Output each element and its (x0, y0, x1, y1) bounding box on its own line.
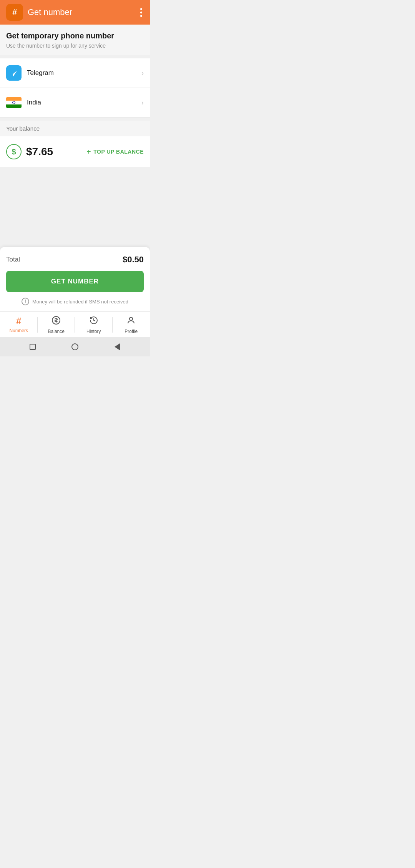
page-description: Use the number to sign up for any servic… (6, 43, 144, 49)
nav-item-profile[interactable]: Profile (113, 316, 150, 334)
back-button[interactable] (113, 343, 121, 351)
bottom-nav: # Numbers Balance History (0, 311, 150, 337)
balance-heading: Your balance (6, 125, 40, 132)
empty-content-area (0, 170, 150, 247)
app-header: # Get number (0, 0, 150, 25)
service-selector[interactable]: Telegram › (0, 58, 150, 88)
app-logo: # (6, 4, 23, 21)
country-selector[interactable]: India › (0, 88, 150, 118)
nav-label-history: History (86, 329, 101, 334)
total-amount: $0.50 (123, 255, 144, 265)
top-up-balance-button[interactable]: + TOP UP BALANCE (86, 147, 144, 156)
nav-label-balance: Balance (48, 329, 65, 334)
header-left: # Get number (6, 4, 72, 21)
india-flag-icon (6, 95, 22, 110)
home-button[interactable] (71, 343, 79, 351)
get-number-button[interactable]: GET NUMBER (6, 271, 144, 292)
total-label: Total (6, 256, 20, 263)
list-section: Telegram › India › (0, 58, 150, 118)
dollar-nav-icon (51, 316, 61, 327)
total-row: Total $0.50 (6, 255, 144, 265)
chevron-right-icon: › (141, 99, 144, 107)
service-label: Telegram (27, 69, 141, 77)
bottom-card: Total $0.50 GET NUMBER ! Money will be r… (0, 247, 150, 311)
info-icon: ! (22, 298, 29, 305)
hash-icon: # (16, 316, 21, 326)
balance-content: $ $7.65 + TOP UP BALANCE (0, 136, 150, 170)
nav-item-numbers[interactable]: # Numbers (0, 316, 38, 334)
recent-apps-button[interactable] (28, 343, 37, 351)
page-title: Get temporary phone number (6, 31, 144, 40)
refund-text: Money will be refunded if SMS not receiv… (32, 299, 128, 305)
system-nav-bar (0, 337, 150, 356)
balance-section-header: Your balance (0, 118, 150, 136)
nav-item-balance[interactable]: Balance (38, 316, 75, 334)
nav-label-profile: Profile (124, 329, 138, 334)
chevron-right-icon: › (141, 69, 144, 77)
country-label: India (27, 99, 141, 106)
subtitle-section: Get temporary phone number Use the numbe… (0, 25, 150, 55)
logo-symbol: # (12, 7, 17, 17)
profile-icon (126, 316, 136, 327)
svg-point-1 (129, 317, 133, 320)
more-vertical-icon[interactable] (139, 7, 144, 18)
history-icon (89, 316, 98, 327)
balance-amount: $7.65 (26, 146, 53, 158)
nav-item-history[interactable]: History (75, 316, 113, 334)
header-title: Get number (28, 7, 72, 17)
top-up-label: TOP UP BALANCE (93, 149, 144, 155)
telegram-icon (6, 65, 22, 81)
refund-note: ! Money will be refunded if SMS not rece… (6, 298, 144, 305)
balance-left: $ $7.65 (6, 144, 53, 159)
plus-icon: + (86, 147, 91, 156)
nav-label-numbers: Numbers (9, 328, 28, 333)
dollar-circle-icon: $ (6, 144, 22, 159)
